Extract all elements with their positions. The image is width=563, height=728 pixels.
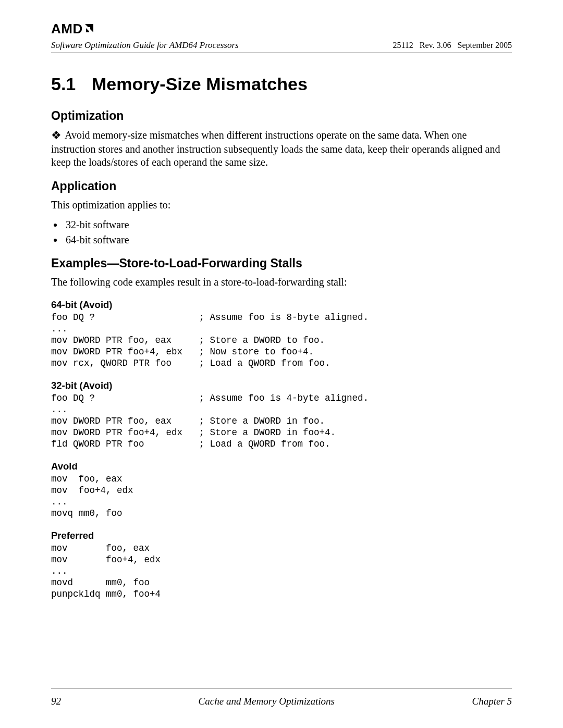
running-header: Software Optimization Guide for AMD64 Pr…: [51, 40, 512, 51]
examples-intro: The following code examples result in a …: [51, 276, 512, 289]
amd-arrow-icon: [84, 21, 95, 37]
optimization-text: Avoid memory-size mismatches when differ…: [51, 129, 500, 168]
list-item: 64-bit software: [64, 234, 512, 246]
application-heading: Application: [51, 179, 512, 193]
section-number: 5.1: [51, 74, 92, 94]
section-heading: 5.1Memory-Size Mismatches: [51, 74, 512, 94]
doc-meta: 25112 Rev. 3.06 September 2005: [393, 41, 512, 50]
amd-logo: AMD: [51, 21, 512, 37]
footer-rule: [51, 688, 512, 688]
code-block-title: 64-bit (Avoid): [51, 299, 512, 311]
code-block: mov foo, eax mov foo+4, edx ... movq mm0…: [51, 473, 512, 520]
code-block: mov foo, eax mov foo+4, edx ... movd mm0…: [51, 542, 512, 600]
code-block-title: Preferred: [51, 530, 512, 541]
code-block: foo DQ ? ; Assume foo is 4-byte aligned.…: [51, 392, 512, 450]
application-intro: This optimization applies to:: [51, 199, 512, 212]
page: AMD Software Optimization Guide for AMD6…: [0, 0, 563, 728]
application-list: 32-bit software 64-bit software: [51, 219, 512, 246]
examples-heading: Examples—Store-to-Load-Forwarding Stalls: [51, 256, 512, 270]
optimization-heading: Optimization: [51, 109, 512, 123]
list-item: 32-bit software: [64, 219, 512, 231]
header-rule: [51, 53, 512, 53]
code-block-title: 32-bit (Avoid): [51, 380, 512, 391]
diamond-icon: ❖: [51, 128, 62, 143]
running-footer: 92 Cache and Memory Optimizations Chapte…: [51, 696, 512, 707]
code-block-title: Avoid: [51, 461, 512, 472]
section-title-text: Memory-Size Mismatches: [92, 74, 308, 94]
code-block: foo DQ ? ; Assume foo is 8-byte aligned.…: [51, 312, 512, 369]
footer-center: Cache and Memory Optimizations: [199, 696, 335, 707]
doc-title: Software Optimization Guide for AMD64 Pr…: [51, 40, 239, 51]
page-number: 92: [51, 696, 61, 707]
footer-right: Chapter 5: [472, 696, 512, 707]
optimization-paragraph: ❖Avoid memory-size mismatches when diffe…: [51, 128, 512, 169]
logo-text: AMD: [51, 21, 83, 37]
